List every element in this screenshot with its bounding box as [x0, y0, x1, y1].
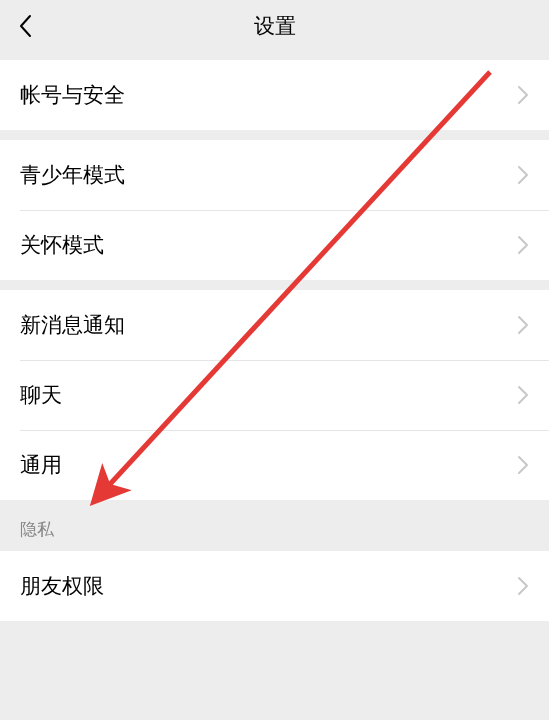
group-privacy: 朋友权限	[0, 551, 549, 621]
chevron-right-icon	[517, 576, 529, 596]
row-friends-permissions[interactable]: 朋友权限	[0, 551, 549, 621]
row-care-mode[interactable]: 关怀模式	[0, 210, 549, 280]
row-label: 通用	[20, 451, 62, 479]
back-icon	[18, 14, 32, 38]
group-general: 新消息通知 聊天 通用	[0, 290, 549, 500]
chevron-right-icon	[517, 85, 529, 105]
chevron-right-icon	[517, 165, 529, 185]
row-label: 新消息通知	[20, 311, 125, 339]
settings-list: 帐号与安全 青少年模式 关怀模式 新消息通知 聊天	[0, 60, 549, 621]
row-account-security[interactable]: 帐号与安全	[0, 60, 549, 130]
row-label: 帐号与安全	[20, 81, 125, 109]
page-title: 设置	[254, 12, 296, 40]
header: 设置	[0, 0, 549, 52]
row-label: 青少年模式	[20, 161, 125, 189]
chevron-right-icon	[517, 455, 529, 475]
section-header-privacy: 隐私	[0, 500, 549, 551]
group-modes: 青少年模式 关怀模式	[0, 140, 549, 280]
row-label: 关怀模式	[20, 231, 104, 259]
chevron-right-icon	[517, 385, 529, 405]
row-chat[interactable]: 聊天	[0, 360, 549, 430]
chevron-right-icon	[517, 315, 529, 335]
row-label: 聊天	[20, 381, 62, 409]
group-account: 帐号与安全	[0, 60, 549, 130]
row-label: 朋友权限	[20, 572, 104, 600]
row-youth-mode[interactable]: 青少年模式	[0, 140, 549, 210]
back-button[interactable]	[10, 11, 40, 41]
chevron-right-icon	[517, 235, 529, 255]
row-new-message-notifications[interactable]: 新消息通知	[0, 290, 549, 360]
row-general[interactable]: 通用	[0, 430, 549, 500]
